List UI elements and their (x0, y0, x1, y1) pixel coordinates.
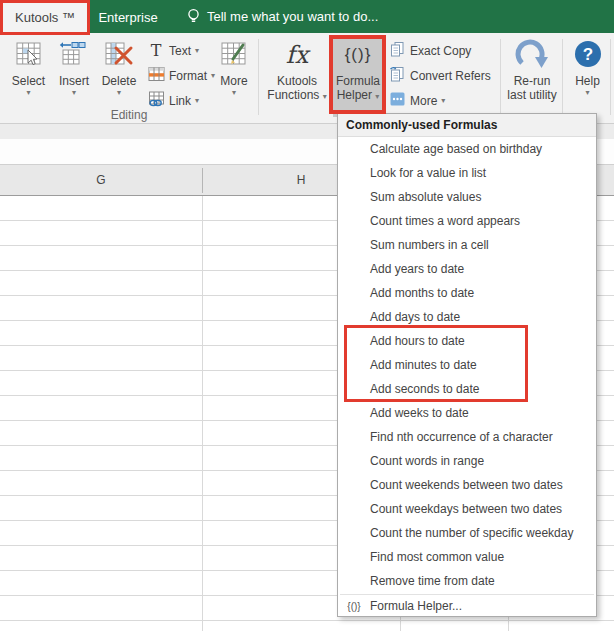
formula-helper-caret-icon: ▾ (375, 92, 379, 101)
formula-helper-label-1: Formula (336, 74, 380, 88)
insert-button[interactable]: Insert ▾ (52, 36, 96, 117)
column-header-g[interactable]: G (0, 165, 202, 195)
more-button[interactable]: More ▾ (213, 36, 255, 117)
group-divider (258, 39, 259, 115)
menu-item-formula-helper[interactable]: {()} Formula Helper... (338, 596, 596, 617)
select-table-icon (14, 36, 44, 74)
link-label: Link (169, 94, 191, 108)
menu-item[interactable]: Add years to date (338, 257, 596, 281)
format-button[interactable]: Format ▾ (147, 63, 217, 88)
menu-item[interactable]: Look for a value in list (338, 161, 596, 185)
kutools-functions-button[interactable]: fx Kutools Functions ▾ (263, 36, 331, 117)
convert-refers-icon (388, 66, 406, 86)
more-dots-icon (388, 92, 406, 109)
more-label: More (220, 74, 247, 88)
menu-item[interactable]: Add seconds to date (338, 377, 596, 401)
menu-item[interactable]: Count times a word appears (338, 209, 596, 233)
delete-label: Delete (102, 74, 137, 88)
menu-item[interactable]: Find most common value (338, 545, 596, 569)
text-button[interactable]: T Text ▾ (147, 38, 217, 63)
group-divider (500, 39, 501, 115)
text-label: Text (169, 44, 191, 58)
ribbon: Select ▾ Insert ▾ (0, 33, 614, 124)
select-caret-icon: ▾ (26, 88, 30, 97)
menu-item[interactable]: Sum absolute values (338, 185, 596, 209)
menu-item[interactable]: Count weekdays between two dates (338, 497, 596, 521)
formula-helper-button[interactable]: {()} Formula Helper ▾ (333, 36, 383, 117)
insert-label: Insert (59, 74, 89, 88)
insert-caret-icon: ▾ (72, 88, 76, 97)
rerun-label-1: Re-run (514, 74, 551, 88)
formula-helper-dropdown-menu: Commonly-used Formulas Calculate age bas… (337, 113, 597, 617)
format-label: Format (169, 69, 207, 83)
formula-helper-icon: {()} (345, 36, 372, 74)
tell-me-box[interactable]: Tell me what you want to do... (186, 0, 378, 33)
tab-enterprise[interactable]: Enterprise (92, 2, 164, 33)
menu-item[interactable]: Calculate age based on birthday (338, 137, 596, 161)
rerun-arrow-icon (514, 36, 550, 74)
formula-menu-items: Calculate age based on birthdayLook for … (338, 137, 596, 593)
format-icon (147, 66, 165, 85)
help-icon: ? (573, 36, 603, 74)
delete-caret-icon: ▾ (117, 88, 121, 97)
exact-copy-icon (388, 41, 406, 61)
formula-helper-label-2: Helper ▾ (337, 88, 380, 102)
exact-copy-label: Exact Copy (410, 44, 471, 58)
text-icon: T (147, 41, 165, 60)
select-button[interactable]: Select ▾ (6, 36, 51, 117)
kutools-functions-caret-icon: ▾ (323, 92, 327, 101)
more-dropdown-button[interactable]: More ▾ (388, 88, 500, 113)
kutools-functions-label-2: Functions ▾ (267, 88, 326, 102)
menu-item[interactable]: Add months to date (338, 281, 596, 305)
menu-item[interactable]: Count the number of specific weekday (338, 521, 596, 545)
curly-brackets-icon: {()} (340, 596, 368, 617)
svg-text:?: ? (582, 45, 592, 64)
menu-item[interactable]: Add minutes to date (338, 353, 596, 377)
ribbon-tab-bar: Kutools ™ Enterprise Tell me what you wa… (0, 0, 614, 33)
menu-item[interactable]: Add days to date (338, 305, 596, 329)
fx-icon: fx (286, 36, 308, 74)
menu-item[interactable]: Count weekends between two dates (338, 473, 596, 497)
kutools-functions-label-1: Kutools (277, 74, 317, 88)
menu-item[interactable]: Add weeks to date (338, 401, 596, 425)
select-label: Select (12, 74, 45, 88)
tell-me-label: Tell me what you want to do... (207, 9, 378, 24)
convert-refers-label: Convert Refers (410, 69, 491, 83)
menu-item[interactable]: Find nth occurrence of a character (338, 425, 596, 449)
link-caret-icon: ▾ (195, 96, 199, 105)
menu-item[interactable]: Count words in range (338, 449, 596, 473)
help-button[interactable]: ? Help ▾ (566, 36, 609, 117)
tab-kutools[interactable]: Kutools ™ (3, 2, 87, 33)
rerun-label-2: last utility (507, 88, 556, 102)
group-divider (562, 39, 563, 115)
rerun-last-utility-button[interactable]: Re-run last utility (503, 36, 561, 117)
lightbulb-icon (186, 8, 201, 25)
menu-item[interactable]: Add hours to date (338, 329, 596, 353)
help-caret-icon: ▾ (585, 88, 589, 97)
delete-table-icon (103, 36, 135, 74)
more-caret-icon: ▾ (232, 88, 236, 97)
more2-caret-icon: ▾ (441, 96, 445, 105)
menu-section-header: Commonly-used Formulas (338, 114, 596, 137)
editing-group-label: Editing (0, 108, 258, 122)
menu-footer-label: Formula Helper... (370, 599, 462, 613)
exact-copy-button[interactable]: Exact Copy (388, 38, 500, 63)
menu-item[interactable]: Sum numbers in a cell (338, 233, 596, 257)
excel-window: G H Kutools ™ Enterprise Tell me what yo… (0, 0, 614, 631)
group-divider (610, 39, 611, 115)
more2-label: More (410, 94, 437, 108)
text-format-link-group: T Text ▾ Format ▾ (147, 38, 217, 113)
insert-table-icon (59, 36, 89, 74)
convert-refers-button[interactable]: Convert Refers (388, 63, 500, 88)
copy-tools-group: Exact Copy Convert Refers (388, 38, 500, 113)
menu-item[interactable]: Remove time from date (338, 569, 596, 593)
delete-button[interactable]: Delete ▾ (96, 36, 142, 117)
gridline-vertical (202, 196, 203, 631)
more-table-icon (219, 36, 249, 74)
column-header-divider (202, 168, 203, 193)
help-label: Help (575, 74, 600, 88)
text-caret-icon: ▾ (195, 46, 199, 55)
menu-separator (340, 594, 594, 595)
